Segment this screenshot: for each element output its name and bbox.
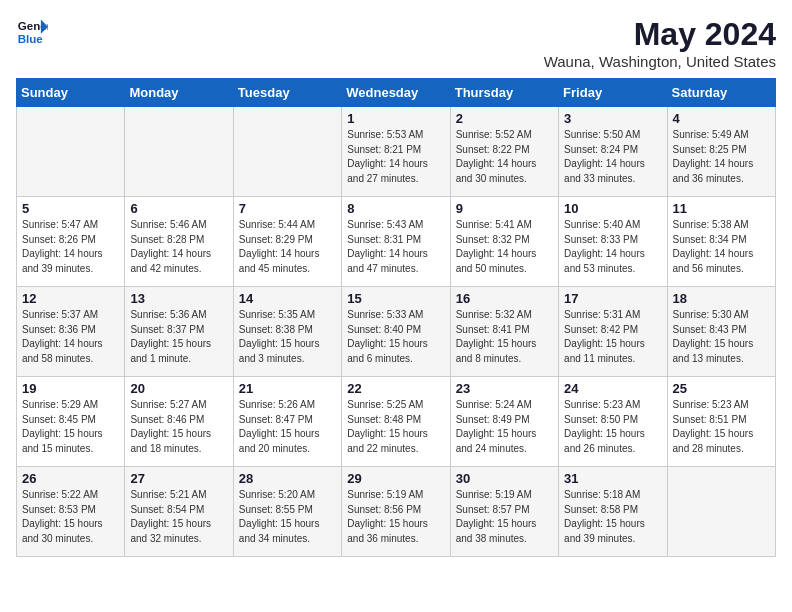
- day-number: 3: [564, 111, 661, 126]
- day-number: 18: [673, 291, 770, 306]
- col-header-friday: Friday: [559, 79, 667, 107]
- day-number: 26: [22, 471, 119, 486]
- calendar-cell: 23Sunrise: 5:24 AMSunset: 8:49 PMDayligh…: [450, 377, 558, 467]
- calendar-subtitle: Wauna, Washington, United States: [544, 53, 776, 70]
- svg-text:Blue: Blue: [18, 33, 44, 45]
- day-info: Sunrise: 5:18 AMSunset: 8:58 PMDaylight:…: [564, 488, 661, 546]
- calendar-cell: [667, 467, 775, 557]
- day-number: 25: [673, 381, 770, 396]
- day-number: 9: [456, 201, 553, 216]
- calendar-cell: 3Sunrise: 5:50 AMSunset: 8:24 PMDaylight…: [559, 107, 667, 197]
- day-info: Sunrise: 5:46 AMSunset: 8:28 PMDaylight:…: [130, 218, 227, 276]
- col-header-saturday: Saturday: [667, 79, 775, 107]
- title-area: May 2024 Wauna, Washington, United State…: [544, 16, 776, 70]
- col-header-thursday: Thursday: [450, 79, 558, 107]
- day-number: 8: [347, 201, 444, 216]
- day-info: Sunrise: 5:33 AMSunset: 8:40 PMDaylight:…: [347, 308, 444, 366]
- day-number: 19: [22, 381, 119, 396]
- day-number: 4: [673, 111, 770, 126]
- calendar-cell: 15Sunrise: 5:33 AMSunset: 8:40 PMDayligh…: [342, 287, 450, 377]
- calendar-cell: 2Sunrise: 5:52 AMSunset: 8:22 PMDaylight…: [450, 107, 558, 197]
- day-info: Sunrise: 5:19 AMSunset: 8:56 PMDaylight:…: [347, 488, 444, 546]
- day-number: 1: [347, 111, 444, 126]
- calendar-cell: 26Sunrise: 5:22 AMSunset: 8:53 PMDayligh…: [17, 467, 125, 557]
- day-info: Sunrise: 5:35 AMSunset: 8:38 PMDaylight:…: [239, 308, 336, 366]
- col-header-tuesday: Tuesday: [233, 79, 341, 107]
- calendar-cell: 20Sunrise: 5:27 AMSunset: 8:46 PMDayligh…: [125, 377, 233, 467]
- day-info: Sunrise: 5:29 AMSunset: 8:45 PMDaylight:…: [22, 398, 119, 456]
- calendar-cell: 27Sunrise: 5:21 AMSunset: 8:54 PMDayligh…: [125, 467, 233, 557]
- day-info: Sunrise: 5:30 AMSunset: 8:43 PMDaylight:…: [673, 308, 770, 366]
- col-header-wednesday: Wednesday: [342, 79, 450, 107]
- day-number: 22: [347, 381, 444, 396]
- day-number: 12: [22, 291, 119, 306]
- col-header-monday: Monday: [125, 79, 233, 107]
- day-info: Sunrise: 5:24 AMSunset: 8:49 PMDaylight:…: [456, 398, 553, 456]
- day-info: Sunrise: 5:52 AMSunset: 8:22 PMDaylight:…: [456, 128, 553, 186]
- calendar-cell: [17, 107, 125, 197]
- day-number: 10: [564, 201, 661, 216]
- day-info: Sunrise: 5:40 AMSunset: 8:33 PMDaylight:…: [564, 218, 661, 276]
- day-number: 24: [564, 381, 661, 396]
- day-number: 2: [456, 111, 553, 126]
- day-info: Sunrise: 5:20 AMSunset: 8:55 PMDaylight:…: [239, 488, 336, 546]
- day-info: Sunrise: 5:37 AMSunset: 8:36 PMDaylight:…: [22, 308, 119, 366]
- calendar-cell: 25Sunrise: 5:23 AMSunset: 8:51 PMDayligh…: [667, 377, 775, 467]
- day-number: 23: [456, 381, 553, 396]
- day-info: Sunrise: 5:21 AMSunset: 8:54 PMDaylight:…: [130, 488, 227, 546]
- day-number: 29: [347, 471, 444, 486]
- day-info: Sunrise: 5:19 AMSunset: 8:57 PMDaylight:…: [456, 488, 553, 546]
- logo: General Blue General Blue: [16, 16, 48, 48]
- day-number: 27: [130, 471, 227, 486]
- day-number: 7: [239, 201, 336, 216]
- calendar-cell: 1Sunrise: 5:53 AMSunset: 8:21 PMDaylight…: [342, 107, 450, 197]
- calendar-cell: 8Sunrise: 5:43 AMSunset: 8:31 PMDaylight…: [342, 197, 450, 287]
- day-number: 13: [130, 291, 227, 306]
- calendar-cell: 6Sunrise: 5:46 AMSunset: 8:28 PMDaylight…: [125, 197, 233, 287]
- day-number: 14: [239, 291, 336, 306]
- day-info: Sunrise: 5:26 AMSunset: 8:47 PMDaylight:…: [239, 398, 336, 456]
- day-info: Sunrise: 5:27 AMSunset: 8:46 PMDaylight:…: [130, 398, 227, 456]
- calendar-cell: 17Sunrise: 5:31 AMSunset: 8:42 PMDayligh…: [559, 287, 667, 377]
- calendar-cell: 21Sunrise: 5:26 AMSunset: 8:47 PMDayligh…: [233, 377, 341, 467]
- day-info: Sunrise: 5:49 AMSunset: 8:25 PMDaylight:…: [673, 128, 770, 186]
- day-info: Sunrise: 5:50 AMSunset: 8:24 PMDaylight:…: [564, 128, 661, 186]
- calendar-cell: 9Sunrise: 5:41 AMSunset: 8:32 PMDaylight…: [450, 197, 558, 287]
- calendar-cell: 12Sunrise: 5:37 AMSunset: 8:36 PMDayligh…: [17, 287, 125, 377]
- calendar-cell: 16Sunrise: 5:32 AMSunset: 8:41 PMDayligh…: [450, 287, 558, 377]
- calendar-cell: 28Sunrise: 5:20 AMSunset: 8:55 PMDayligh…: [233, 467, 341, 557]
- day-number: 11: [673, 201, 770, 216]
- day-number: 17: [564, 291, 661, 306]
- calendar-cell: 31Sunrise: 5:18 AMSunset: 8:58 PMDayligh…: [559, 467, 667, 557]
- calendar-cell: 30Sunrise: 5:19 AMSunset: 8:57 PMDayligh…: [450, 467, 558, 557]
- calendar-table: SundayMondayTuesdayWednesdayThursdayFrid…: [16, 78, 776, 557]
- calendar-cell: 13Sunrise: 5:36 AMSunset: 8:37 PMDayligh…: [125, 287, 233, 377]
- page-header: General Blue General Blue May 2024 Wauna…: [16, 16, 776, 70]
- calendar-cell: 29Sunrise: 5:19 AMSunset: 8:56 PMDayligh…: [342, 467, 450, 557]
- day-number: 21: [239, 381, 336, 396]
- day-number: 16: [456, 291, 553, 306]
- day-info: Sunrise: 5:36 AMSunset: 8:37 PMDaylight:…: [130, 308, 227, 366]
- day-info: Sunrise: 5:23 AMSunset: 8:50 PMDaylight:…: [564, 398, 661, 456]
- day-info: Sunrise: 5:41 AMSunset: 8:32 PMDaylight:…: [456, 218, 553, 276]
- calendar-cell: 10Sunrise: 5:40 AMSunset: 8:33 PMDayligh…: [559, 197, 667, 287]
- day-number: 15: [347, 291, 444, 306]
- logo-icon: General Blue: [16, 16, 48, 48]
- day-number: 20: [130, 381, 227, 396]
- day-info: Sunrise: 5:25 AMSunset: 8:48 PMDaylight:…: [347, 398, 444, 456]
- day-info: Sunrise: 5:53 AMSunset: 8:21 PMDaylight:…: [347, 128, 444, 186]
- day-number: 5: [22, 201, 119, 216]
- day-info: Sunrise: 5:44 AMSunset: 8:29 PMDaylight:…: [239, 218, 336, 276]
- calendar-cell: [125, 107, 233, 197]
- day-number: 30: [456, 471, 553, 486]
- day-info: Sunrise: 5:38 AMSunset: 8:34 PMDaylight:…: [673, 218, 770, 276]
- calendar-cell: 11Sunrise: 5:38 AMSunset: 8:34 PMDayligh…: [667, 197, 775, 287]
- col-header-sunday: Sunday: [17, 79, 125, 107]
- calendar-cell: 4Sunrise: 5:49 AMSunset: 8:25 PMDaylight…: [667, 107, 775, 197]
- day-info: Sunrise: 5:23 AMSunset: 8:51 PMDaylight:…: [673, 398, 770, 456]
- day-number: 28: [239, 471, 336, 486]
- day-info: Sunrise: 5:47 AMSunset: 8:26 PMDaylight:…: [22, 218, 119, 276]
- day-info: Sunrise: 5:31 AMSunset: 8:42 PMDaylight:…: [564, 308, 661, 366]
- calendar-cell: 18Sunrise: 5:30 AMSunset: 8:43 PMDayligh…: [667, 287, 775, 377]
- day-number: 6: [130, 201, 227, 216]
